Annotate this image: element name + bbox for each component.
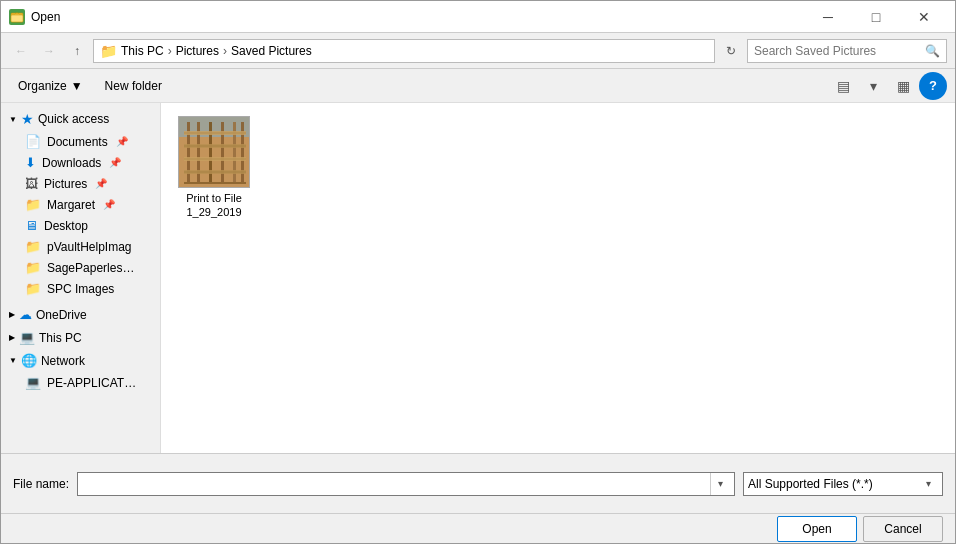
sidebar-item-pvault[interactable]: 📁 pVaultHelpImag: [1, 236, 160, 257]
file-name-line2: 1_29_2019: [186, 205, 242, 219]
new-folder-label: New folder: [105, 79, 162, 93]
pictures-icon: 🖼: [25, 176, 38, 191]
help-button[interactable]: ?: [919, 72, 947, 100]
toolbar-right: ▤ ▾ ▦ ?: [829, 72, 947, 100]
search-icon: 🔍: [925, 44, 940, 58]
new-folder-button[interactable]: New folder: [96, 74, 171, 98]
forward-button[interactable]: →: [37, 39, 61, 63]
sidebar-item-documents-label: Documents: [47, 135, 108, 149]
open-dialog: Open ─ □ ✕ ← → ↑ 📁 This PC › Pictures › …: [0, 0, 956, 544]
peapplication-icon: 💻: [25, 375, 41, 390]
sidebar-item-desktop[interactable]: 🖥 Desktop: [1, 215, 160, 236]
open-button[interactable]: Open: [777, 516, 857, 542]
content-area[interactable]: Print to File 1_29_2019: [161, 103, 955, 453]
sidebar-item-downloads-label: Downloads: [42, 156, 101, 170]
breadcrumb[interactable]: 📁 This PC › Pictures › Saved Pictures: [93, 39, 715, 63]
sidebar-item-desktop-label: Desktop: [44, 219, 88, 233]
breadcrumb-part3[interactable]: Saved Pictures: [231, 44, 312, 58]
file-grid: Print to File 1_29_2019: [169, 111, 947, 225]
preview-pane-button[interactable]: ▦: [889, 74, 917, 98]
maximize-button[interactable]: □: [853, 1, 899, 33]
quickaccess-label: Quick access: [38, 112, 109, 126]
sidebar-item-documents[interactable]: 📄 Documents 📌: [1, 131, 160, 152]
help-icon: ?: [929, 78, 937, 93]
svg-rect-14: [184, 182, 246, 184]
sidebar-item-spcimages[interactable]: 📁 SPC Images: [1, 278, 160, 299]
dialog-icon: [9, 9, 25, 25]
minimize-button[interactable]: ─: [805, 1, 851, 33]
forward-icon: →: [43, 44, 55, 58]
pvault-icon: 📁: [25, 239, 41, 254]
sidebar-thispc-header[interactable]: ▶ 💻 This PC: [1, 326, 160, 349]
close-button[interactable]: ✕: [901, 1, 947, 33]
view-dropdown-button[interactable]: ▾: [859, 74, 887, 98]
organize-label: Organize: [18, 79, 67, 93]
spcimages-icon: 📁: [25, 281, 41, 296]
breadcrumb-sep2: ›: [223, 44, 227, 58]
sidebar-item-sagepaperless[interactable]: 📁 SagePaperless7H: [1, 257, 160, 278]
filetype-select-wrap[interactable]: All Supported Files (*.*) ▾: [743, 472, 943, 496]
sidebar-quickaccess-header[interactable]: ▼ ★ Quick access: [1, 107, 160, 131]
breadcrumb-sep1: ›: [168, 44, 172, 58]
sidebar: ▼ ★ Quick access 📄 Documents 📌 ⬇ Downloa…: [1, 103, 161, 453]
sidebar-item-pvault-label: pVaultHelpImag: [47, 240, 132, 254]
file-name: Print to File 1_29_2019: [186, 191, 242, 220]
sidebar-item-pictures[interactable]: 🖼 Pictures 📌: [1, 173, 160, 194]
title-bar-controls: ─ □ ✕: [805, 1, 947, 33]
file-name-line1: Print to File: [186, 191, 242, 205]
back-icon: ←: [15, 44, 27, 58]
cancel-button[interactable]: Cancel: [863, 516, 943, 542]
filename-input-wrap[interactable]: ▾: [77, 472, 735, 496]
breadcrumb-folder-icon: 📁: [100, 43, 117, 59]
breadcrumb-part2[interactable]: Pictures: [176, 44, 219, 58]
search-input[interactable]: [754, 44, 921, 58]
network-label: Network: [41, 354, 85, 368]
svg-rect-16: [184, 144, 246, 148]
thispc-icon: 💻: [19, 330, 35, 345]
quickaccess-star-icon: ★: [21, 111, 34, 127]
main-area: ▼ ★ Quick access 📄 Documents 📌 ⬇ Downloa…: [1, 103, 955, 453]
view-large-icon-button[interactable]: ▤: [829, 74, 857, 98]
network-expand-icon: ▼: [9, 356, 17, 365]
margaret-pin-icon: 📌: [103, 199, 115, 210]
onedrive-icon: ☁: [19, 307, 32, 322]
preview-icon: ▦: [897, 78, 910, 94]
title-bar: Open ─ □ ✕: [1, 1, 955, 33]
thumbnail-svg: [179, 117, 250, 188]
up-button[interactable]: ↑: [65, 39, 89, 63]
organize-button[interactable]: Organize ▼: [9, 74, 92, 98]
breadcrumb-part1[interactable]: This PC: [121, 44, 164, 58]
filetype-label: All Supported Files (*.*): [748, 477, 918, 491]
onedrive-label: OneDrive: [36, 308, 87, 322]
filename-input[interactable]: [82, 477, 710, 491]
up-icon: ↑: [74, 44, 80, 58]
network-icon: 🌐: [21, 353, 37, 368]
toolbar-left: Organize ▼ New folder: [9, 74, 171, 98]
dialog-title: Open: [31, 10, 60, 24]
sidebar-item-margaret[interactable]: 📁 Margaret 📌: [1, 194, 160, 215]
title-bar-left: Open: [9, 9, 60, 25]
address-bar: ← → ↑ 📁 This PC › Pictures › Saved Pictu…: [1, 33, 955, 69]
desktop-icon: 🖥: [25, 218, 38, 233]
sidebar-item-peapplication[interactable]: 💻 PE-APPLICATIO...: [1, 372, 160, 393]
filename-label: File name:: [13, 477, 69, 491]
sidebar-item-spcimages-label: SPC Images: [47, 282, 114, 296]
back-button[interactable]: ←: [9, 39, 33, 63]
svg-rect-15: [184, 131, 246, 135]
view-icon: ▤: [837, 78, 850, 94]
downloads-icon: ⬇: [25, 155, 36, 170]
sidebar-onedrive-header[interactable]: ▶ ☁ OneDrive: [1, 303, 160, 326]
file-thumbnail: [178, 116, 250, 188]
search-box[interactable]: 🔍: [747, 39, 947, 63]
filetype-dropdown-button[interactable]: ▾: [918, 473, 938, 495]
organize-chevron-icon: ▼: [71, 79, 83, 93]
sagepaperless-icon: 📁: [25, 260, 41, 275]
refresh-button[interactable]: ↻: [719, 39, 743, 63]
documents-pin-icon: 📌: [116, 136, 128, 147]
sidebar-network-header[interactable]: ▼ 🌐 Network: [1, 349, 160, 372]
svg-rect-1: [11, 15, 23, 22]
file-item-print[interactable]: Print to File 1_29_2019: [169, 111, 259, 225]
quickaccess-expand-icon: ▼: [9, 115, 17, 124]
filename-dropdown-button[interactable]: ▾: [710, 473, 730, 495]
sidebar-item-downloads[interactable]: ⬇ Downloads 📌: [1, 152, 160, 173]
